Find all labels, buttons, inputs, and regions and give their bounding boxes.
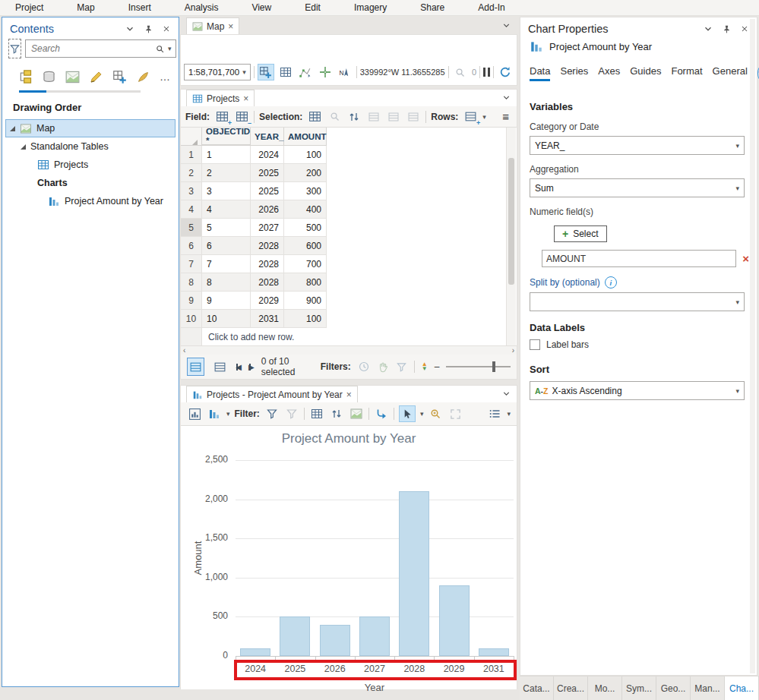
close-icon[interactable]: × [346, 390, 352, 399]
vertical-scrollbar[interactable] [750, 19, 755, 673]
full-extent-icon[interactable] [447, 406, 463, 421]
amount-cell[interactable]: 900 [284, 292, 327, 310]
export-chart-icon[interactable] [374, 406, 389, 421]
show-all-records-button[interactable] [187, 358, 204, 376]
map-scale-combo[interactable]: 1:58,701,700 ▾ [184, 64, 251, 80]
chevron-down-icon[interactable] [124, 23, 136, 35]
menu-item-map[interactable]: Map [77, 2, 94, 13]
menu-item-view[interactable]: View [251, 2, 271, 13]
objectid-cell[interactable]: 1 [202, 146, 251, 164]
menu-item-share[interactable]: Share [420, 2, 444, 13]
map-link-icon[interactable] [349, 406, 364, 421]
table-row[interactable]: 772028700 [181, 255, 517, 273]
chevron-down-icon[interactable] [501, 20, 511, 30]
label-bars-checkbox[interactable] [530, 339, 540, 350]
zoom-to-selection-icon[interactable] [452, 64, 469, 80]
refresh-chart-icon[interactable] [329, 406, 344, 421]
year-cell[interactable]: 2027 [251, 219, 284, 237]
chevron-down-icon[interactable]: ▾ [420, 410, 424, 418]
dock-tab-geo[interactable]: Geo... [656, 676, 691, 700]
objectid-cell[interactable]: 6 [202, 237, 251, 255]
chart-properties-icon[interactable] [187, 406, 202, 421]
list-by-drawing-order-icon[interactable] [17, 68, 33, 85]
pause-drawing-icon[interactable] [483, 68, 490, 77]
row-number-cell[interactable]: 5 [181, 219, 202, 237]
objectid-cell[interactable]: 5 [202, 219, 251, 237]
sort-dropdown[interactable]: A-Z X-axis Ascending ▾ [530, 381, 745, 400]
zoom-out-icon[interactable]: – [435, 361, 440, 372]
table-corner-cell[interactable] [181, 128, 202, 146]
attribute-filter-icon[interactable] [396, 360, 407, 374]
zoom-in-icon[interactable] [428, 406, 443, 421]
column-header-amount[interactable]: AMOUNT [284, 128, 327, 146]
amount-cell[interactable]: 100 [284, 146, 327, 164]
first-record-icon[interactable]: ◀ [236, 363, 242, 371]
dock-tab-cha[interactable]: Cha... [725, 676, 759, 700]
show-selected-records-button[interactable] [211, 358, 229, 376]
chart-bar[interactable] [479, 648, 509, 656]
year-cell[interactable]: 2028 [251, 255, 284, 273]
select-by-attributes-icon[interactable] [307, 109, 322, 125]
switch-selection-icon[interactable] [346, 109, 362, 125]
row-number-cell[interactable]: 1 [181, 146, 202, 164]
objectid-cell[interactable]: 2 [202, 164, 251, 182]
edit-vertices-icon[interactable] [297, 64, 314, 80]
menu-item-addin[interactable]: Add-In [478, 2, 504, 13]
search-icon[interactable] [155, 44, 165, 54]
objectid-cell[interactable]: 4 [202, 200, 251, 219]
column-header-year[interactable]: YEAR_ [251, 128, 284, 146]
tab-series[interactable]: Series [560, 65, 588, 81]
scroll-left-icon[interactable]: ‹ [183, 346, 185, 355]
objectid-cell[interactable]: 8 [202, 273, 251, 292]
menu-icon[interactable]: ≡ [502, 110, 512, 123]
split-by-dropdown[interactable]: ▾ [530, 292, 745, 311]
row-number-cell[interactable]: 10 [181, 310, 202, 328]
amount-cell[interactable]: 500 [284, 219, 327, 237]
filter-by-selection-icon[interactable] [264, 406, 280, 421]
tab-guides[interactable]: Guides [630, 65, 661, 81]
tab-data[interactable]: Data [530, 65, 550, 81]
menu-item-project[interactable]: Project [15, 2, 43, 13]
amount-cell[interactable]: 800 [284, 273, 327, 292]
add-row-icon[interactable]: + [463, 109, 478, 125]
show-table-icon[interactable] [309, 406, 324, 421]
refresh-icon[interactable] [497, 64, 514, 80]
chevron-down-icon[interactable]: ▾ [482, 113, 486, 121]
amount-cell[interactable]: 100 [284, 310, 327, 328]
tree-item-map[interactable]: Map [5, 119, 176, 137]
chart-bar[interactable] [280, 616, 310, 656]
info-icon[interactable]: i [605, 276, 617, 289]
year-cell[interactable]: 2028 [251, 237, 284, 255]
filter-button[interactable] [8, 39, 21, 58]
grid-icon[interactable] [277, 64, 294, 80]
row-height-slider[interactable] [446, 366, 511, 367]
tree-item-chart[interactable]: Project Amount by Year [2, 192, 179, 210]
tree-item-standalone-tables[interactable]: Standalone Tables [2, 137, 179, 156]
chart-bar[interactable] [439, 585, 470, 656]
menu-item-imagery[interactable]: Imagery [354, 2, 387, 13]
chart-bar[interactable] [359, 616, 390, 656]
slider-thumb[interactable] [492, 361, 495, 372]
year-cell[interactable]: 2026 [251, 200, 284, 219]
amount-cell[interactable]: 400 [284, 200, 327, 219]
delete-selection-icon[interactable] [386, 109, 401, 125]
amount-cell[interactable]: 600 [284, 237, 327, 255]
sort-order-icon[interactable]: ▲▼ [422, 362, 428, 371]
tab-general[interactable]: General [713, 65, 748, 81]
time-filter-icon[interactable] [358, 360, 370, 374]
close-icon[interactable] [160, 23, 172, 35]
row-number-cell[interactable]: 2 [181, 164, 202, 182]
row-number-cell[interactable]: 9 [181, 292, 202, 310]
projects-table-tab[interactable]: Projects × [186, 90, 255, 106]
map-canvas[interactable]: 1:58,701,700 ▾ 339992°W 11.3655285°S 0 [180, 34, 517, 86]
amount-cell[interactable]: 300 [284, 182, 327, 200]
dock-tab-cata[interactable]: Cata... [520, 676, 554, 700]
menu-item-edit[interactable]: Edit [305, 2, 321, 13]
horizontal-scrollbar[interactable]: ‹ › [181, 345, 517, 355]
chart-bar[interactable] [399, 491, 429, 656]
tab-format[interactable]: Format [671, 65, 702, 81]
table-row[interactable]: 552027500 [181, 219, 517, 237]
pin-icon[interactable] [142, 23, 154, 35]
dock-tab-sym[interactable]: Sym... [622, 676, 656, 700]
objectid-cell[interactable]: 9 [202, 292, 251, 310]
